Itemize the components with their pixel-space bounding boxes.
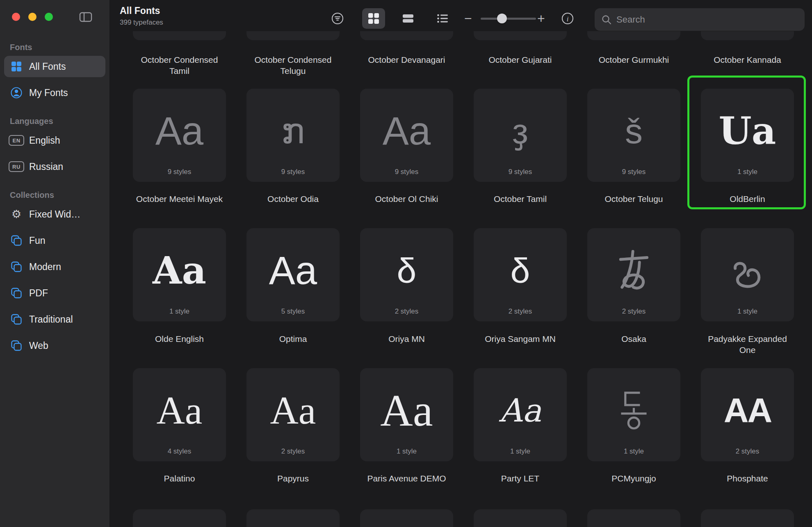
styles-count: 1 style <box>701 168 794 176</box>
glyph-osaka <box>610 247 657 294</box>
styles-count: 9 styles <box>133 168 226 176</box>
font-preview: ກ <box>281 113 305 149</box>
sidebar-item-label: PDF <box>29 288 48 299</box>
sidebar-toggle-icon <box>79 11 92 23</box>
font-name-label: OldBerlin <box>701 193 794 204</box>
close-window-button[interactable] <box>12 13 20 21</box>
sidebar-item-all-fonts[interactable]: All Fonts <box>4 56 105 77</box>
font-name-label: Phosphate <box>701 473 794 484</box>
font-tile-party-let[interactable]: Aa1 style <box>474 368 567 461</box>
grid-row: Aa9 stylesກ9 stylesAa9 stylesҙ9 stylesš9… <box>133 89 794 182</box>
sidebar-section-header-fonts: Fonts <box>10 43 105 52</box>
font-name-label: Oriya MN <box>360 333 453 355</box>
styles-count: 2 styles <box>587 307 680 316</box>
sidebar-item-label: Modern <box>29 261 61 273</box>
font-tile-paris-avenue-demo[interactable]: Aa1 style <box>360 368 453 461</box>
decrease-size-button[interactable]: − <box>464 8 472 29</box>
font-preview: Aa <box>157 391 203 430</box>
font-preview: Aa <box>155 111 203 151</box>
language-badge-icon: RU <box>9 161 24 172</box>
font-tile-partial[interactable] <box>701 509 794 527</box>
font-tile-oriya-sangam-mn[interactable]: δ2 styles <box>474 228 567 321</box>
list-view-button[interactable] <box>431 8 454 29</box>
sidebar-section-header-collections: Collections <box>10 190 105 200</box>
styles-count: 1 style <box>360 447 453 456</box>
sidebar-item-fixed-wid[interactable]: ⚙Fixed Wid… <box>4 204 105 225</box>
font-book-window: FontsAll FontsMy FontsLanguagesENEnglish… <box>0 0 812 527</box>
slider-knob[interactable] <box>497 14 507 23</box>
collection-icon <box>9 261 24 273</box>
font-preview: Aa <box>153 252 206 289</box>
info-button[interactable]: i <box>557 8 578 29</box>
collection-icon <box>9 313 24 325</box>
grid-row: October Meetei MayekOctober OdiaOctober … <box>133 193 794 204</box>
search-input[interactable] <box>616 14 798 25</box>
font-name-label: October Meetei Mayek <box>133 193 226 204</box>
font-tile-olde-english[interactable]: Aa1 style <box>133 228 226 321</box>
sidebar-nav: FontsAll FontsMy FontsLanguagesENEnglish… <box>0 43 109 356</box>
font-tile-october-odia[interactable]: ກ9 styles <box>246 89 340 182</box>
font-tile-partial[interactable] <box>360 509 453 527</box>
font-tile-optima[interactable]: Aa5 styles <box>246 228 340 321</box>
font-tile-partial[interactable] <box>133 509 226 527</box>
font-name-label: October Gurmukhi <box>587 54 680 76</box>
sidebar-item-label: English <box>29 135 60 146</box>
font-name-label: Paris Avenue DEMO <box>360 473 453 484</box>
font-name-label: Papyrus <box>246 473 340 484</box>
font-preview: Ua <box>719 112 776 150</box>
sidebar-item-russian[interactable]: RURussian <box>4 156 105 177</box>
font-tile-osaka[interactable]: 2 styles <box>587 228 680 321</box>
sidebar-item-modern[interactable]: Modern <box>4 256 105 277</box>
minimize-window-button[interactable] <box>28 13 36 21</box>
sidebar-item-label: Fixed Wid… <box>29 209 80 220</box>
zoom-window-button[interactable] <box>45 13 53 21</box>
font-tile-oriya-mn[interactable]: δ2 styles <box>360 228 453 321</box>
sidebar-item-traditional[interactable]: Traditional <box>4 309 105 330</box>
font-tile-palatino[interactable]: Aa4 styles <box>133 368 226 461</box>
toggle-sidebar-button[interactable] <box>79 11 92 23</box>
grid-row: October Condensed TamilOctober Condensed… <box>133 54 794 76</box>
preview-size-slider[interactable] <box>481 8 536 29</box>
sidebar-item-label: Web <box>29 340 48 351</box>
font-name-label: Party LET <box>474 473 567 484</box>
sidebar-item-label: Russian <box>29 161 63 172</box>
styles-count: 1 style <box>701 307 794 316</box>
font-preview: š <box>625 113 643 149</box>
stack-view-button[interactable] <box>397 8 420 29</box>
grid-icon <box>9 60 24 73</box>
filter-button[interactable] <box>326 8 349 29</box>
sidebar-item-label: Fun <box>29 235 46 246</box>
sidebar-item-fun[interactable]: Fun <box>4 230 105 251</box>
font-tile-october-meetei-mayek[interactable]: Aa9 styles <box>133 89 226 182</box>
increase-size-button[interactable]: + <box>537 8 545 29</box>
styles-count: 9 styles <box>360 168 453 176</box>
person-icon <box>9 87 24 99</box>
font-tile-partial[interactable] <box>246 509 340 527</box>
font-tile-partial[interactable] <box>587 509 680 527</box>
grid-view-button[interactable] <box>362 8 385 29</box>
styles-count: 1 style <box>474 447 567 456</box>
filter-icon <box>331 12 344 25</box>
styles-count: 9 styles <box>474 168 567 176</box>
sidebar-item-english[interactable]: ENEnglish <box>4 130 105 151</box>
font-tile-partial[interactable] <box>474 509 567 527</box>
sidebar-item-pdf[interactable]: PDF <box>4 282 105 304</box>
font-tile-pcmyungjo[interactable]: 1 style <box>587 368 680 461</box>
font-tile-october-ol-chiki[interactable]: Aa9 styles <box>360 89 453 182</box>
search-field[interactable] <box>595 8 805 31</box>
font-tile-oldberlin[interactable]: Ua1 style <box>701 89 794 182</box>
font-tile-october-telugu[interactable]: š9 styles <box>587 89 680 182</box>
title-block: All Fonts 399 typefaces <box>120 5 163 27</box>
font-tile-papyrus[interactable]: Aa2 styles <box>246 368 340 461</box>
font-tile-phosphate[interactable]: AA2 styles <box>701 368 794 461</box>
main-content: All Fonts 399 typefaces <box>110 0 812 527</box>
sidebar-item-web[interactable]: Web <box>4 335 105 356</box>
font-tile-october-tamil[interactable]: ҙ9 styles <box>474 89 567 182</box>
font-preview: Aa <box>270 391 316 430</box>
font-preview <box>724 247 771 294</box>
sidebar-section-header-languages: Languages <box>10 117 105 126</box>
font-tile-padyakke-expanded-one[interactable]: 1 style <box>701 228 794 321</box>
language-badge-icon: EN <box>9 135 24 146</box>
sidebar-item-my-fonts[interactable]: My Fonts <box>4 82 105 103</box>
font-preview: Aa <box>499 394 541 426</box>
